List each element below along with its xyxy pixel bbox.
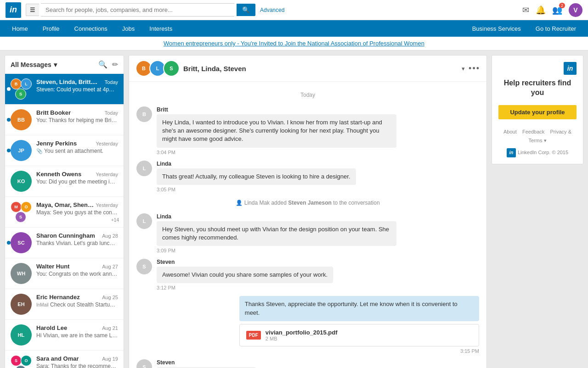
update-profile-button[interactable]: Update your profile [498,105,577,119]
message-content: Jenny Perkins Yesterday 📎 You sent an at… [36,140,118,154]
li-footer: in LinkedIn Corp. © 2015 [498,148,577,157]
message-time: 3:04 PM [157,150,396,155]
avatar-2: O [21,201,32,212]
message-time: 3:09 PM [157,248,396,253]
notifications-icon[interactable]: 🔔 [536,5,546,15]
message-item[interactable]: M O S Maya, Omar, Shengxhe... Yesterday … [5,197,124,228]
message-name: Steven, Linda, Britt.... [36,78,97,85]
message-item[interactable]: WH Walter Hunt Aug 27 You: Congrats on t… [5,258,124,289]
nav-connections[interactable]: Connections [67,20,115,37]
message-header: Jenny Perkins Yesterday [36,140,118,147]
message-content: Maya, Omar, Shengxhe... Yesterday Maya: … [36,201,118,216]
message-preview: InMail Check out Stealth Startup (Seed f… [36,301,118,308]
message-date: Today [105,79,118,85]
advanced-link[interactable]: Advanced [260,7,284,13]
message-item[interactable]: KO Kenneth Owens Yesterday You: Did you … [5,166,124,197]
message-date: Today [105,110,118,116]
pdf-attachment[interactable]: PDF vivian_portfolio_2015.pdf 2 MB [239,324,479,346]
message-name: Sharon Cunningham [36,232,95,239]
compose-icon[interactable]: ✏ [112,60,118,69]
message-block-content: Britt Hey Linda, I wanted to introduce y… [157,106,396,155]
message-item[interactable]: BB Britt Booker Today You: Thanks for he… [5,105,124,135]
search-input[interactable] [41,3,235,17]
promo-text: Women entrepreneurs only - You're Invite… [164,40,424,47]
unread-dot [7,149,11,152]
search-button[interactable]: 🔍 [237,4,255,16]
message-avatar: B [136,106,152,122]
nav-business-services[interactable]: Business Services [465,20,528,37]
nav-right: Business Services Go to Recruiter [465,20,583,37]
system-message: 👤 Linda Mak added Steven Jameson to the … [136,200,479,206]
search-bar: ☰ 🔍 [26,3,255,17]
message-date: Yesterday [96,202,118,208]
nav-interests[interactable]: Interests [142,20,180,37]
system-text: Linda Mak added Steven Jameson to the co… [244,200,380,206]
all-messages-button[interactable]: All Messages ▾ [11,61,57,68]
message-bubble: Awesome! Vivian could you share some sam… [157,267,333,283]
message-name: Britt Booker [36,109,71,116]
nav-go-recruiter[interactable]: Go to Recruiter [528,20,583,37]
connections-icon[interactable]: 👥2 [552,5,562,15]
avatar: WH [11,263,32,284]
avatar-1: M [11,201,22,212]
chat-header: B L S Britt, Linda, Steven ▾ ••• [129,56,486,82]
chat-title: Britt, Linda, Steven [183,65,458,72]
message-date: Yesterday [96,172,118,177]
logo-text: in [10,5,17,15]
message-bubble: Thats great! Actually, my colleague Stev… [157,168,356,185]
message-sender: Linda [157,213,396,220]
linkedin-logo[interactable]: in [6,2,21,18]
user-avatar[interactable]: V [569,3,582,17]
message-sidebar: All Messages ▾ 🔍 ✏ B L S Steven, Linda, … [5,55,124,368]
message-item[interactable]: S O + Sara and Omar Aug 19 Sara: Thanks … [5,351,124,368]
messages-icon[interactable]: ✉ [522,5,529,15]
nav-home[interactable]: Home [5,20,35,37]
chat-main: B L S Britt, Linda, Steven ▾ ••• Today B… [129,55,487,368]
main-nav: Home Profile Connections Jobs Interests … [0,20,588,37]
message-time: 3:12 PM [157,285,333,290]
pdf-name: vivian_portfolio_2015.pdf [266,329,338,336]
message-block-content: Linda Hey Steven, you should meet up wit… [157,213,396,253]
avatar: EH [11,294,32,315]
feedback-link[interactable]: Feedback [522,129,544,134]
message-avatar: S [136,259,152,274]
copyright: LinkedIn Corp. © 2015 [518,148,568,157]
message-preview: You: Thanks for helping me Britt. I appr… [36,117,118,123]
message-date: Yesterday [96,141,118,146]
promo-banner[interactable]: Women entrepreneurs only - You're Invite… [0,37,588,50]
avatar-3: S [15,212,26,223]
message-item[interactable]: JP Jenny Perkins Yesterday 📎 You sent an… [5,135,124,166]
chat-message: L Linda Hey Steven, you should meet up w… [136,213,479,253]
chat-message: L Linda Thats great! Actually, my collea… [136,161,479,192]
about-link[interactable]: About [503,129,517,134]
message-content: Kenneth Owens Yesterday You: Did you get… [36,171,118,185]
message-content: Sara and Omar Aug 19 Sara: Thanks for th… [36,355,118,368]
message-name: Kenneth Owens [36,171,81,178]
nav-jobs[interactable]: Jobs [115,20,142,37]
message-time: 3:15 PM [239,348,479,354]
message-item[interactable]: B L S Steven, Linda, Britt.... Today Ste… [5,74,124,105]
chat-more-options[interactable]: ••• [469,64,480,73]
message-bubble: Thanks Steven, appreciate the opportunit… [239,296,479,321]
app-body: All Messages ▾ 🔍 ✏ B L S Steven, Linda, … [0,50,588,368]
message-avatar: S [136,359,152,368]
sidebar-header: All Messages ▾ 🔍 ✏ [5,56,124,74]
message-name: Eric Hernandez [36,294,80,301]
search-menu-btn[interactable]: ☰ [26,4,39,16]
avatar-1: S [11,355,22,366]
help-title: Help recruiters find you [498,78,577,98]
message-item[interactable]: SC Sharon Cunningham Aug 28 Thanks Vivia… [5,228,124,258]
avatar-2: O [21,355,32,366]
search-messages-icon[interactable]: 🔍 [98,60,107,69]
avatar: BB [11,109,32,130]
message-preview: Sara: Thanks for the recommendation you … [36,363,118,368]
nav-profile[interactable]: Profile [35,20,67,37]
message-content: Sharon Cunningham Aug 28 Thanks Vivian. … [36,232,118,246]
chat-title-dropdown[interactable]: ▾ [462,65,465,72]
right-sidebar: in Help recruiters find you Update your … [492,55,583,368]
message-header: Kenneth Owens Yesterday [36,171,118,178]
dropdown-caret: ▾ [544,138,547,143]
message-item[interactable]: EH Eric Hernandez Aug 25 InMail Check ou… [5,289,124,320]
message-item[interactable]: HL Harold Lee Aug 21 Hi Vivian, we are i… [5,320,124,351]
top-nav: in ☰ 🔍 Advanced ✉ 🔔 👥2 V [0,0,588,20]
